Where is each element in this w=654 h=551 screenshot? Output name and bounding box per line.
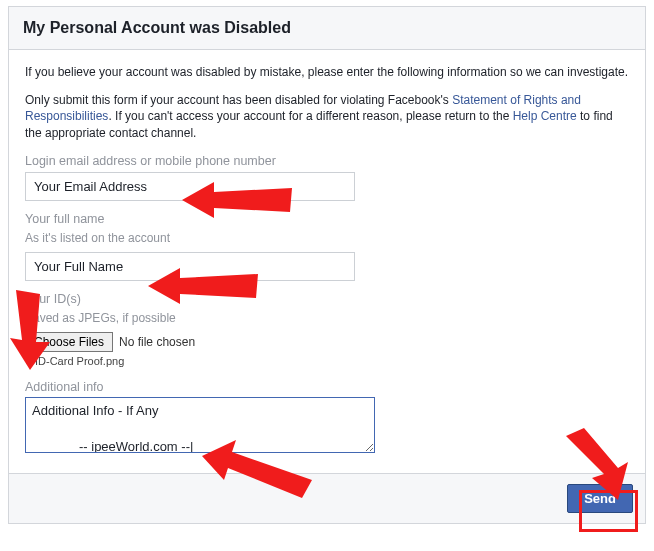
info-label: Additional info <box>25 379 629 396</box>
intro-p2b: . If you can't access your account for a… <box>108 109 512 123</box>
card-header: My Personal Account was Disabled <box>9 7 645 50</box>
file-row: Choose Files No file chosen <box>25 332 629 352</box>
choose-files-button[interactable]: Choose Files <box>25 332 113 352</box>
card-footer: Send <box>9 473 645 523</box>
uploaded-file: ✕ID-Card Proof.png <box>25 354 629 369</box>
additional-info-textarea[interactable] <box>25 397 375 453</box>
info-group: Additional info <box>25 379 629 454</box>
form-card: My Personal Account was Disabled If you … <box>8 6 646 524</box>
intro-p1: If you believe your account was disabled… <box>25 64 629 80</box>
intro-p2a: Only submit this form if your account ha… <box>25 93 452 107</box>
login-group: Login email address or mobile phone numb… <box>25 153 629 201</box>
name-hint: As it's listed on the account <box>25 230 629 246</box>
no-file-text: No file chosen <box>119 334 195 350</box>
link-help-centre[interactable]: Help Centre <box>513 109 577 123</box>
login-input[interactable] <box>25 172 355 201</box>
fullname-input[interactable] <box>25 252 355 281</box>
remove-file-icon[interactable]: ✕ <box>25 356 33 367</box>
page-title: My Personal Account was Disabled <box>23 19 631 37</box>
ids-label: Your ID(s) <box>25 291 629 308</box>
uploaded-filename: ID-Card Proof.png <box>35 355 124 367</box>
name-label: Your full name <box>25 211 629 228</box>
ids-hint: Saved as JPEGs, if possible <box>25 310 629 326</box>
send-button[interactable]: Send <box>567 484 633 513</box>
name-group: Your full name As it's listed on the acc… <box>25 211 629 281</box>
card-body: If you believe your account was disabled… <box>9 50 645 473</box>
intro-p2: Only submit this form if your account ha… <box>25 92 629 141</box>
ids-group: Your ID(s) Saved as JPEGs, if possible C… <box>25 291 629 369</box>
login-label: Login email address or mobile phone numb… <box>25 153 629 170</box>
